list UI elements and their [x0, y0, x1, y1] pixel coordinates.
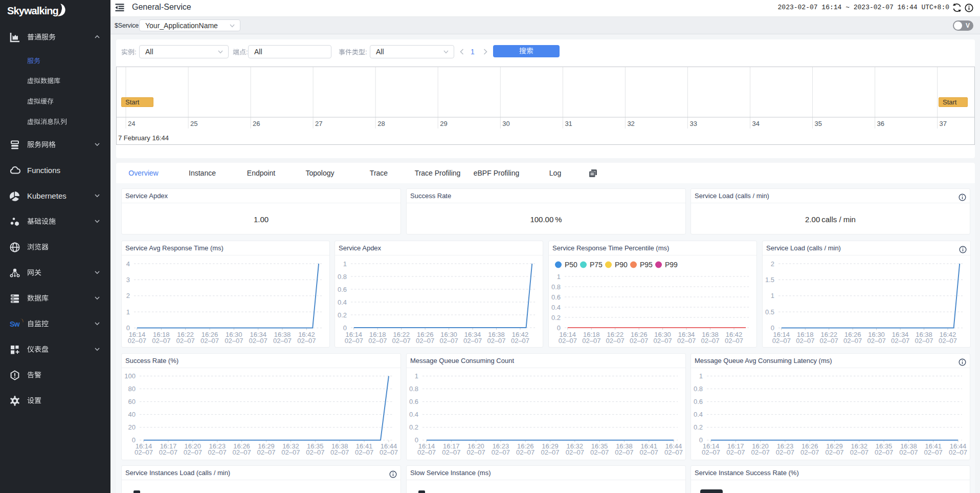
- svg-text:P50: P50: [565, 261, 577, 269]
- svg-text:02–07: 02–07: [875, 448, 893, 456]
- svg-text:02–07: 02–07: [640, 448, 658, 456]
- svg-text:80: 80: [128, 385, 136, 393]
- svg-text:02–07: 02–07: [939, 337, 957, 345]
- svg-text:02–07: 02–07: [949, 448, 967, 456]
- svg-text:31: 31: [565, 120, 572, 127]
- svg-text:02–07: 02–07: [776, 448, 794, 456]
- svg-text:02–07: 02–07: [487, 337, 505, 345]
- svg-text:02–07: 02–07: [511, 337, 529, 345]
- svg-text:0.6: 0.6: [551, 293, 561, 301]
- svg-text:0.2: 0.2: [409, 423, 418, 431]
- svg-text:3: 3: [126, 276, 130, 284]
- svg-text:60: 60: [128, 398, 136, 405]
- svg-text:02–07: 02–07: [492, 448, 510, 456]
- svg-text:0.4: 0.4: [551, 304, 561, 311]
- svg-text:P95: P95: [640, 261, 653, 269]
- svg-text:02–07: 02–07: [606, 337, 625, 345]
- svg-text:02–07: 02–07: [273, 337, 292, 345]
- svg-text:0.5: 0.5: [765, 308, 774, 316]
- svg-text:02–07: 02–07: [867, 337, 886, 345]
- svg-text:35: 35: [815, 120, 822, 127]
- svg-text:02–07: 02–07: [582, 337, 600, 345]
- svg-text:02–07: 02–07: [306, 448, 324, 456]
- svg-text:1: 1: [771, 292, 774, 299]
- svg-text:02–07: 02–07: [541, 448, 559, 456]
- svg-text:02–07: 02–07: [257, 448, 275, 456]
- svg-text:02–07: 02–07: [233, 448, 251, 456]
- svg-text:28: 28: [377, 120, 385, 127]
- svg-text:1: 1: [415, 372, 418, 380]
- svg-text:100: 100: [124, 372, 136, 380]
- svg-text:02–07: 02–07: [924, 448, 943, 456]
- svg-text:02–07: 02–07: [559, 337, 577, 345]
- svg-text:02–07: 02–07: [355, 448, 373, 456]
- svg-text:32: 32: [627, 120, 634, 127]
- svg-text:0.4: 0.4: [338, 298, 347, 306]
- svg-text:2: 2: [126, 292, 130, 299]
- svg-text:0.8: 0.8: [338, 273, 347, 281]
- svg-text:1: 1: [557, 273, 561, 281]
- svg-text:02–07: 02–07: [208, 448, 227, 456]
- svg-text:4: 4: [126, 260, 130, 268]
- svg-text:0.2: 0.2: [551, 314, 561, 321]
- svg-text:0.8: 0.8: [551, 283, 561, 291]
- svg-text:02–07: 02–07: [417, 448, 436, 456]
- svg-text:P99: P99: [665, 261, 678, 269]
- svg-text:02–07: 02–07: [159, 448, 177, 456]
- svg-text:02–07: 02–07: [772, 337, 791, 345]
- svg-text:02–07: 02–07: [176, 337, 195, 345]
- svg-text:02–07: 02–07: [392, 337, 411, 345]
- svg-text:40: 40: [128, 411, 136, 418]
- svg-text:02–07: 02–07: [128, 337, 146, 345]
- svg-text:36: 36: [877, 120, 884, 127]
- svg-text:02–07: 02–07: [442, 448, 460, 456]
- svg-text:7 February 16:44: 7 February 16:44: [118, 134, 169, 142]
- svg-text:1: 1: [699, 372, 703, 380]
- svg-text:0.6: 0.6: [409, 398, 418, 405]
- svg-text:02–07: 02–07: [152, 337, 170, 345]
- svg-text:02–07: 02–07: [566, 448, 584, 456]
- svg-text:02–07: 02–07: [516, 448, 534, 456]
- svg-text:25: 25: [190, 120, 197, 127]
- svg-text:27: 27: [315, 120, 322, 127]
- svg-text:20: 20: [128, 423, 136, 431]
- svg-text:37: 37: [940, 120, 947, 127]
- svg-text:02–07: 02–07: [368, 337, 387, 345]
- svg-text:02–07: 02–07: [467, 448, 485, 456]
- svg-text:02–07: 02–07: [702, 448, 720, 456]
- svg-text:02–07: 02–07: [726, 448, 745, 456]
- svg-text:0.4: 0.4: [409, 411, 418, 418]
- svg-text:1: 1: [126, 308, 130, 316]
- svg-text:02–07: 02–07: [891, 337, 909, 345]
- svg-text:2: 2: [771, 260, 774, 268]
- svg-text:02–07: 02–07: [654, 337, 672, 345]
- svg-text:34: 34: [752, 120, 760, 127]
- svg-text:02–07: 02–07: [463, 337, 482, 345]
- svg-text:0.4: 0.4: [694, 411, 703, 418]
- svg-text:0.2: 0.2: [338, 311, 347, 319]
- svg-text:1: 1: [343, 260, 347, 268]
- svg-text:02–07: 02–07: [225, 337, 243, 345]
- svg-text:02–07: 02–07: [725, 337, 743, 345]
- svg-text:0.8: 0.8: [694, 385, 703, 393]
- svg-text:24: 24: [128, 120, 135, 127]
- svg-text:02–07: 02–07: [330, 448, 349, 456]
- svg-text:02–07: 02–07: [800, 448, 819, 456]
- svg-text:02–07: 02–07: [751, 448, 770, 456]
- svg-text:02–07: 02–07: [297, 337, 316, 345]
- svg-text:1.5: 1.5: [765, 276, 774, 284]
- svg-text:02–07: 02–07: [201, 337, 219, 345]
- svg-text:33: 33: [690, 120, 697, 127]
- svg-text:0.6: 0.6: [694, 398, 703, 405]
- svg-text:02–07: 02–07: [915, 337, 933, 345]
- svg-text:02–07: 02–07: [796, 337, 814, 345]
- svg-text:02–07: 02–07: [615, 448, 633, 456]
- svg-text:29: 29: [440, 120, 447, 127]
- svg-text:0.8: 0.8: [409, 385, 418, 393]
- svg-text:26: 26: [253, 120, 260, 127]
- svg-text:30: 30: [502, 120, 509, 127]
- svg-text:02–07: 02–07: [677, 337, 696, 345]
- svg-text:02–07: 02–07: [249, 337, 268, 345]
- svg-text:02–07: 02–07: [825, 448, 843, 456]
- svg-text:02–07: 02–07: [440, 337, 458, 345]
